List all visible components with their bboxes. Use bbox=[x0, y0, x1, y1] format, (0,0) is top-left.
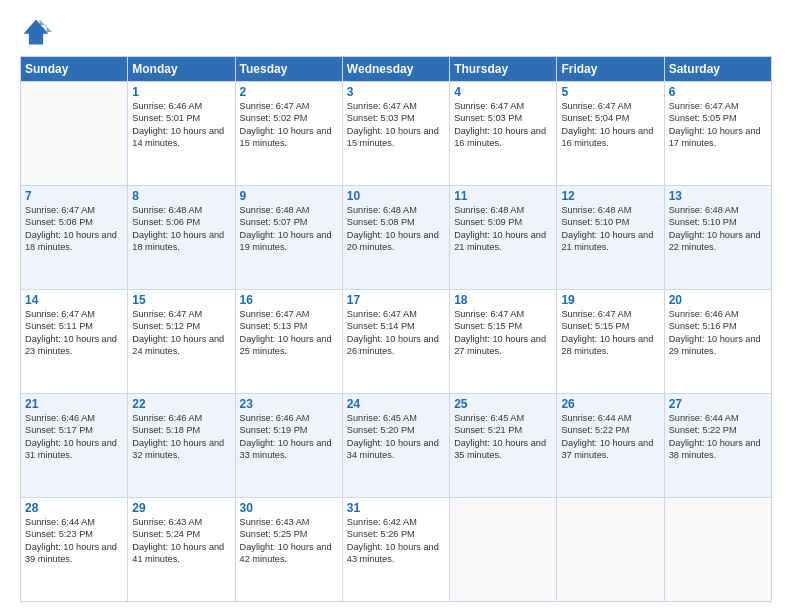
calendar-cell: 17Sunrise: 6:47 AMSunset: 5:14 PMDayligh… bbox=[342, 290, 449, 394]
sunrise-text: Sunrise: 6:47 AM bbox=[669, 100, 767, 112]
sunrise-text: Sunrise: 6:44 AM bbox=[25, 516, 123, 528]
daylight-text: Daylight: 10 hours and 21 minutes. bbox=[454, 229, 552, 254]
daylight-text: Daylight: 10 hours and 22 minutes. bbox=[669, 229, 767, 254]
day-number: 18 bbox=[454, 293, 552, 307]
sunset-text: Sunset: 5:06 PM bbox=[25, 216, 123, 228]
daylight-text: Daylight: 10 hours and 19 minutes. bbox=[240, 229, 338, 254]
day-number: 12 bbox=[561, 189, 659, 203]
calendar-cell bbox=[557, 498, 664, 602]
daylight-text: Daylight: 10 hours and 18 minutes. bbox=[25, 229, 123, 254]
daylight-text: Daylight: 10 hours and 21 minutes. bbox=[561, 229, 659, 254]
sunset-text: Sunset: 5:16 PM bbox=[669, 320, 767, 332]
daylight-text: Daylight: 10 hours and 26 minutes. bbox=[347, 333, 445, 358]
sunrise-text: Sunrise: 6:47 AM bbox=[561, 100, 659, 112]
daylight-text: Daylight: 10 hours and 20 minutes. bbox=[347, 229, 445, 254]
calendar-week-row: 21Sunrise: 6:46 AMSunset: 5:17 PMDayligh… bbox=[21, 394, 772, 498]
calendar-cell: 13Sunrise: 6:48 AMSunset: 5:10 PMDayligh… bbox=[664, 186, 771, 290]
calendar-cell: 31Sunrise: 6:42 AMSunset: 5:26 PMDayligh… bbox=[342, 498, 449, 602]
sunrise-text: Sunrise: 6:47 AM bbox=[347, 100, 445, 112]
sunrise-text: Sunrise: 6:47 AM bbox=[454, 100, 552, 112]
sunrise-text: Sunrise: 6:46 AM bbox=[25, 412, 123, 424]
daylight-text: Daylight: 10 hours and 35 minutes. bbox=[454, 437, 552, 462]
calendar-cell: 6Sunrise: 6:47 AMSunset: 5:05 PMDaylight… bbox=[664, 82, 771, 186]
sunset-text: Sunset: 5:23 PM bbox=[25, 528, 123, 540]
calendar-cell: 26Sunrise: 6:44 AMSunset: 5:22 PMDayligh… bbox=[557, 394, 664, 498]
day-number: 27 bbox=[669, 397, 767, 411]
calendar-cell: 10Sunrise: 6:48 AMSunset: 5:08 PMDayligh… bbox=[342, 186, 449, 290]
sunrise-text: Sunrise: 6:47 AM bbox=[25, 204, 123, 216]
sunset-text: Sunset: 5:17 PM bbox=[25, 424, 123, 436]
calendar-week-row: 7Sunrise: 6:47 AMSunset: 5:06 PMDaylight… bbox=[21, 186, 772, 290]
day-number: 24 bbox=[347, 397, 445, 411]
day-number: 29 bbox=[132, 501, 230, 515]
calendar-cell: 30Sunrise: 6:43 AMSunset: 5:25 PMDayligh… bbox=[235, 498, 342, 602]
day-number: 28 bbox=[25, 501, 123, 515]
calendar-cell bbox=[21, 82, 128, 186]
daylight-text: Daylight: 10 hours and 29 minutes. bbox=[669, 333, 767, 358]
daylight-text: Daylight: 10 hours and 16 minutes. bbox=[561, 125, 659, 150]
day-number: 15 bbox=[132, 293, 230, 307]
daylight-text: Daylight: 10 hours and 42 minutes. bbox=[240, 541, 338, 566]
sunrise-text: Sunrise: 6:46 AM bbox=[132, 100, 230, 112]
daylight-text: Daylight: 10 hours and 25 minutes. bbox=[240, 333, 338, 358]
sunset-text: Sunset: 5:20 PM bbox=[347, 424, 445, 436]
day-number: 21 bbox=[25, 397, 123, 411]
calendar-cell: 20Sunrise: 6:46 AMSunset: 5:16 PMDayligh… bbox=[664, 290, 771, 394]
day-number: 8 bbox=[132, 189, 230, 203]
sunset-text: Sunset: 5:22 PM bbox=[561, 424, 659, 436]
sunrise-text: Sunrise: 6:45 AM bbox=[347, 412, 445, 424]
daylight-text: Daylight: 10 hours and 28 minutes. bbox=[561, 333, 659, 358]
logo bbox=[20, 16, 56, 48]
sunset-text: Sunset: 5:11 PM bbox=[25, 320, 123, 332]
daylight-text: Daylight: 10 hours and 27 minutes. bbox=[454, 333, 552, 358]
sunrise-text: Sunrise: 6:43 AM bbox=[240, 516, 338, 528]
sunrise-text: Sunrise: 6:47 AM bbox=[454, 308, 552, 320]
sunset-text: Sunset: 5:24 PM bbox=[132, 528, 230, 540]
sunset-text: Sunset: 5:01 PM bbox=[132, 112, 230, 124]
calendar-cell: 23Sunrise: 6:46 AMSunset: 5:19 PMDayligh… bbox=[235, 394, 342, 498]
daylight-text: Daylight: 10 hours and 31 minutes. bbox=[25, 437, 123, 462]
daylight-text: Daylight: 10 hours and 15 minutes. bbox=[240, 125, 338, 150]
calendar-cell: 22Sunrise: 6:46 AMSunset: 5:18 PMDayligh… bbox=[128, 394, 235, 498]
day-number: 17 bbox=[347, 293, 445, 307]
daylight-text: Daylight: 10 hours and 18 minutes. bbox=[132, 229, 230, 254]
sunset-text: Sunset: 5:12 PM bbox=[132, 320, 230, 332]
day-number: 16 bbox=[240, 293, 338, 307]
daylight-text: Daylight: 10 hours and 24 minutes. bbox=[132, 333, 230, 358]
calendar-cell: 12Sunrise: 6:48 AMSunset: 5:10 PMDayligh… bbox=[557, 186, 664, 290]
calendar-week-row: 28Sunrise: 6:44 AMSunset: 5:23 PMDayligh… bbox=[21, 498, 772, 602]
sunset-text: Sunset: 5:25 PM bbox=[240, 528, 338, 540]
sunrise-text: Sunrise: 6:47 AM bbox=[240, 100, 338, 112]
sunset-text: Sunset: 5:18 PM bbox=[132, 424, 230, 436]
calendar-cell bbox=[450, 498, 557, 602]
calendar-cell: 2Sunrise: 6:47 AMSunset: 5:02 PMDaylight… bbox=[235, 82, 342, 186]
sunrise-text: Sunrise: 6:48 AM bbox=[132, 204, 230, 216]
sunset-text: Sunset: 5:07 PM bbox=[240, 216, 338, 228]
weekday-header-sunday: Sunday bbox=[21, 57, 128, 82]
sunrise-text: Sunrise: 6:44 AM bbox=[561, 412, 659, 424]
calendar-cell: 1Sunrise: 6:46 AMSunset: 5:01 PMDaylight… bbox=[128, 82, 235, 186]
sunrise-text: Sunrise: 6:46 AM bbox=[132, 412, 230, 424]
sunset-text: Sunset: 5:05 PM bbox=[669, 112, 767, 124]
day-number: 26 bbox=[561, 397, 659, 411]
weekday-header-monday: Monday bbox=[128, 57, 235, 82]
calendar-cell bbox=[664, 498, 771, 602]
calendar-cell: 11Sunrise: 6:48 AMSunset: 5:09 PMDayligh… bbox=[450, 186, 557, 290]
calendar-cell: 16Sunrise: 6:47 AMSunset: 5:13 PMDayligh… bbox=[235, 290, 342, 394]
calendar-cell: 27Sunrise: 6:44 AMSunset: 5:22 PMDayligh… bbox=[664, 394, 771, 498]
daylight-text: Daylight: 10 hours and 15 minutes. bbox=[347, 125, 445, 150]
calendar-cell: 21Sunrise: 6:46 AMSunset: 5:17 PMDayligh… bbox=[21, 394, 128, 498]
day-number: 4 bbox=[454, 85, 552, 99]
calendar-cell: 5Sunrise: 6:47 AMSunset: 5:04 PMDaylight… bbox=[557, 82, 664, 186]
sunset-text: Sunset: 5:03 PM bbox=[347, 112, 445, 124]
sunset-text: Sunset: 5:15 PM bbox=[561, 320, 659, 332]
sunset-text: Sunset: 5:10 PM bbox=[669, 216, 767, 228]
weekday-header-tuesday: Tuesday bbox=[235, 57, 342, 82]
sunrise-text: Sunrise: 6:43 AM bbox=[132, 516, 230, 528]
sunset-text: Sunset: 5:15 PM bbox=[454, 320, 552, 332]
sunset-text: Sunset: 5:26 PM bbox=[347, 528, 445, 540]
weekday-header-saturday: Saturday bbox=[664, 57, 771, 82]
calendar-cell: 15Sunrise: 6:47 AMSunset: 5:12 PMDayligh… bbox=[128, 290, 235, 394]
sunrise-text: Sunrise: 6:46 AM bbox=[240, 412, 338, 424]
day-number: 14 bbox=[25, 293, 123, 307]
